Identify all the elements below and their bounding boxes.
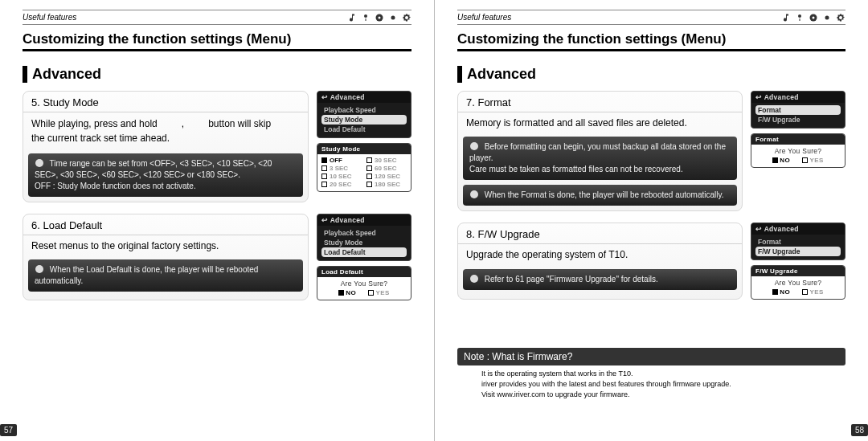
lcd-confirm-title: F/W Upgrade [751,266,845,276]
brightness-icon [822,13,832,22]
checkbox-icon [772,289,778,295]
lcd-menu-list: Playback Speed Study Mode Load Default [317,103,411,137]
page-number: 58 [851,424,868,436]
card-body: 8. F/W Upgrade Upgrade the operating sys… [457,223,743,300]
card-body: 6. Load Default Reset menus to the origi… [23,214,309,300]
lcd-confirm-title: Format [751,134,845,145]
lcd-menu-list: Format F/W Upgrade [751,235,845,259]
lcd-menu-screen: ↩ Advanced Playback Speed Study Mode Loa… [317,91,411,138]
header-label: Useful features [23,13,76,22]
lcd-menu-item: Playback Speed [321,228,407,238]
card-body: 7. Format Memory is formatted and all sa… [457,91,743,211]
lcd-options-screen: Study Mode OFF 30 SEC 3 SEC 60 SEC 10 SE… [317,143,411,192]
lcd-confirm-options: NO YES [755,288,841,296]
card-note: When the Load Default is done, the playe… [28,259,303,292]
lcd-option: 180 SEC [366,181,407,188]
lcd-option: 10 SEC [321,173,362,180]
svg-point-12 [470,275,478,283]
card-note: Refer to 61 page "Firmware Upgrade" for … [463,269,737,290]
card-text: Upgrade the operating system of T10. [458,244,742,267]
lcd-options-title: Study Mode [317,144,411,154]
lcd-menu-item: Study Mode [321,238,407,247]
lcd-options-grid: OFF 30 SEC 3 SEC 60 SEC 10 SEC 120 SEC 2… [317,154,411,191]
section-heading: Advanced [457,66,845,83]
lcd-menu-screen: ↩ Advanced Format F/W Upgrade [751,223,845,260]
checkbox-icon [802,157,808,163]
page-58: Useful features Customizing the function… [434,0,868,441]
gear-icon [402,13,411,22]
lcd-menu-list: Format F/W Upgrade [751,103,845,128]
card-title: 5. Study Mode [23,92,308,112]
note-line: Visit www.iriver.com to upgrade your fir… [481,390,839,400]
lcd-menu-item: Playback Speed [321,105,407,115]
note-line: iriver provides you with the latest and … [481,379,839,390]
option-no: NO [780,157,790,164]
card-text: Reset menus to the original factory sett… [23,235,308,258]
music-note-icon [347,13,357,22]
card-note: Before formatting can begin, you must ba… [463,137,737,180]
disc-icon [375,13,384,22]
gear-icon [836,13,845,22]
lcd-stack: ↩ Advanced Format F/W Upgrade Format Are… [751,91,845,211]
card-fw-upgrade: 8. F/W Upgrade Upgrade the operating sys… [457,223,845,300]
lcd-confirm-body: Are You Sure? NO YES [751,145,845,167]
lcd-menu-item: Format [755,105,841,115]
lcd-stack: ↩ Advanced Playback Speed Study Mode Loa… [317,214,411,300]
lcd-option: 30 SEC [366,157,407,164]
info-icon [35,158,44,168]
option-yes: YES [809,288,823,296]
text-fragment: , [182,118,184,129]
lcd-stack: ↩ Advanced Playback Speed Study Mode Loa… [317,91,411,202]
text-fragment: the current track set time ahead. [31,132,300,145]
lcd-option: 120 SEC [366,173,407,180]
lcd-confirm-options: NO YES [755,157,841,164]
option-yes: YES [375,289,389,296]
lcd-menu-item: F/W Upgrade [755,247,841,256]
lcd-menu-item: F/W Upgrade [755,115,841,125]
info-icon [469,274,479,284]
lcd-option: OFF [321,157,362,164]
lcd-menu-item: Load Default [321,247,407,257]
lcd-menu-item: Load Default [321,125,407,134]
disc-icon [809,13,818,22]
checkbox-icon [802,289,808,295]
note-text: OFF : Study Mode function does not activ… [35,182,196,190]
page-number: 57 [0,424,17,436]
card-note: When the Format is done, the player will… [463,185,737,206]
svg-point-4 [35,159,43,167]
music-note-icon [781,13,791,22]
info-icon [35,264,44,274]
option-no: NO [346,289,356,296]
lcd-menu-title: ↩ Advanced [317,214,411,226]
svg-point-5 [35,265,43,273]
svg-point-2 [379,17,381,19]
section-heading: Advanced [23,66,411,83]
text-fragment: While playing, press and hold [31,118,158,129]
lcd-stack: ↩ Advanced Format F/W Upgrade F/W Upgrad… [751,223,845,300]
page-header: Useful features [457,10,845,25]
lcd-confirm-screen: Format Are You Sure? NO YES [751,133,845,168]
firmware-note-heading: Note : What is Firmware? [457,348,845,365]
lcd-confirm-screen: F/W Upgrade Are You Sure? NO YES [751,265,845,300]
checkbox-icon [338,290,344,296]
note-text: Time range can be set from <OFF>, <3 SEC… [35,159,272,179]
note-text: Refer to 61 page "Firmware Upgrade" for … [485,275,658,284]
header-icons [347,13,411,22]
card-title: 6. Load Default [23,214,308,235]
lcd-confirm-question: Are You Sure? [755,279,841,287]
lcd-option: 3 SEC [321,165,362,172]
checkbox-icon [368,290,374,296]
card-title: 7. Format [458,92,742,112]
card-format: 7. Format Memory is formatted and all sa… [457,91,845,211]
card-text: Memory is formatted and all saved files … [458,112,742,135]
card-title: 8. F/W Upgrade [458,223,742,244]
lcd-confirm-title: Load Default [317,267,411,277]
option-yes: YES [809,157,823,164]
note-text: Care must be taken as formatted files ca… [469,165,683,174]
lcd-menu-title: ↩ Advanced [751,92,845,103]
header-label: Useful features [457,13,511,22]
note-text: When the Format is done, the player will… [485,190,724,199]
note-text: Before formatting can begin, you must ba… [469,142,726,162]
mic-icon [361,13,371,22]
lcd-confirm-options: NO YES [321,289,407,296]
